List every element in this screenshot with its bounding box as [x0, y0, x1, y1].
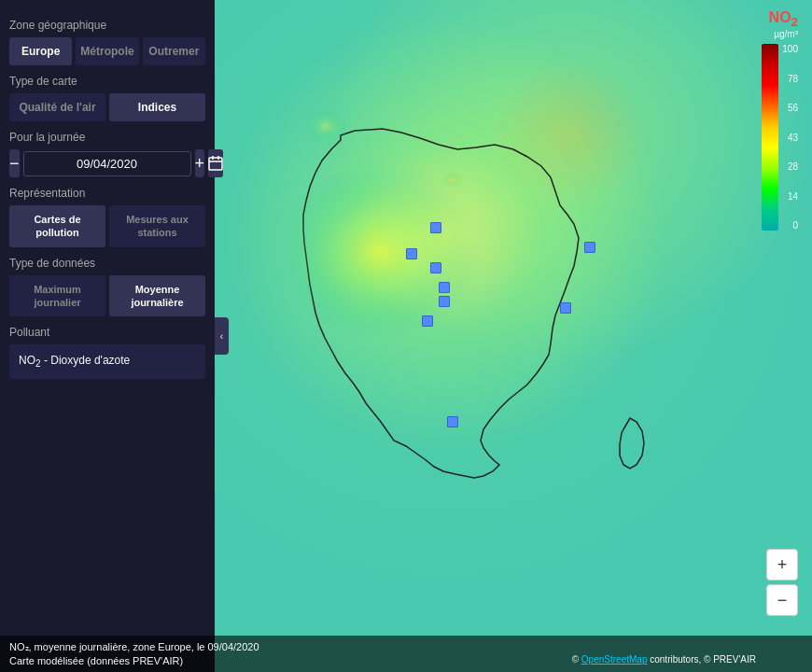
station-2[interactable]: [406, 248, 417, 259]
calendar-icon: [208, 156, 223, 171]
legend-43: 43: [782, 133, 798, 143]
legend-bar: 100 78 56 43 28 14 0: [762, 44, 798, 231]
representation-label: Représentation: [9, 187, 205, 200]
type-carte-group: Qualité de l'air Indices: [9, 93, 205, 121]
calendar-button[interactable]: [208, 149, 223, 177]
svg-point-2: [381, 149, 511, 252]
zone-outremer-button[interactable]: Outremer: [143, 37, 205, 65]
zone-metropole-button[interactable]: Métropole: [76, 37, 138, 65]
legend-100: 100: [782, 44, 798, 54]
legend-56: 56: [782, 103, 798, 113]
date-minus-button[interactable]: −: [9, 149, 20, 177]
legend-78: 78: [782, 74, 798, 84]
openstreetmap-link[interactable]: OpenStreetMap: [581, 654, 648, 665]
station-7[interactable]: [447, 416, 458, 427]
mesures-stations-button[interactable]: Mesures auxstations: [109, 205, 205, 247]
station-4[interactable]: [439, 282, 450, 293]
representation-group: Cartes depollution Mesures auxstations: [9, 205, 205, 247]
zone-label: Zone géographique: [9, 19, 205, 32]
date-input[interactable]: [23, 151, 191, 176]
zoom-in-button[interactable]: +: [766, 549, 798, 581]
status-bar: NO₂, moyenne journalière, zone Europe, l…: [0, 636, 812, 672]
legend-14: 14: [782, 191, 798, 202]
station-3[interactable]: [430, 262, 441, 273]
legend-title: NO2: [762, 9, 798, 29]
zoom-controls: + −: [766, 549, 798, 616]
type-carte-label: Type de carte: [9, 75, 205, 88]
journee-label: Pour la journée: [9, 131, 205, 144]
zoom-out-button[interactable]: −: [766, 584, 798, 616]
legend-labels: 100 78 56 43 28 14 0: [778, 44, 798, 231]
legend-pollutant: NO2: [769, 9, 798, 25]
legend-unit: µg/m³: [762, 29, 798, 39]
zone-europe-button[interactable]: Europe: [9, 37, 72, 65]
station-5[interactable]: [439, 296, 450, 307]
cartes-pollution-button[interactable]: Cartes depollution: [9, 205, 105, 247]
collapse-icon: ‹: [220, 331, 223, 342]
legend: NO2 µg/m³ 100 78 56 43 28 14 0: [762, 9, 798, 231]
moyenne-journaliere-button[interactable]: Moyennejournalière: [109, 275, 205, 317]
date-plus-button[interactable]: +: [195, 149, 205, 177]
date-row: − +: [9, 149, 205, 177]
donnees-label: Type de données: [9, 257, 205, 270]
polluant-button[interactable]: NO2 - Dioxyde d'azote: [9, 344, 205, 378]
indices-button[interactable]: Indices: [109, 93, 205, 121]
station-1[interactable]: [430, 222, 441, 233]
svg-rect-3: [209, 158, 222, 170]
legend-gradient: [762, 44, 778, 231]
sidebar-collapse-button[interactable]: ‹: [215, 317, 229, 355]
zone-group: Europe Métropole Outremer: [9, 37, 205, 65]
sidebar: Zone géographique Europe Métropole Outre…: [0, 0, 215, 672]
station-9[interactable]: [584, 242, 595, 253]
maximum-journalier-button[interactable]: Maximumjournalier: [9, 275, 105, 317]
donnees-group: Maximumjournalier Moyennejournalière: [9, 275, 205, 317]
status-line1: NO₂, moyenne journalière, zone Europe, l…: [9, 641, 803, 653]
legend-0: 0: [782, 220, 798, 231]
polluant-value: NO2 - Dioxyde d'azote: [19, 354, 130, 367]
legend-28: 28: [782, 161, 798, 172]
qualite-air-button[interactable]: Qualité de l'air: [9, 93, 105, 121]
polluant-label: Polluant: [9, 326, 205, 339]
station-6[interactable]: [422, 315, 433, 327]
station-8[interactable]: [560, 302, 571, 314]
attribution: © OpenStreetMap contributors, © PREV'AIR: [572, 654, 756, 665]
